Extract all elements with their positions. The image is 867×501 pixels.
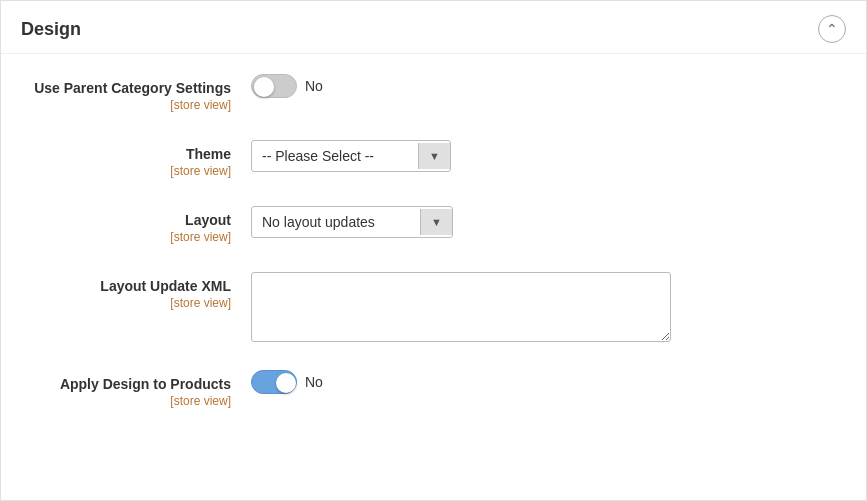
- layout-label: Layout: [31, 212, 231, 228]
- use-parent-category-field: No: [251, 74, 836, 98]
- theme-select-arrow: ▼: [418, 143, 450, 169]
- panel-body: Use Parent Category Settings [store view…: [1, 54, 866, 466]
- layout-xml-store-view: [store view]: [31, 296, 231, 310]
- layout-xml-textarea[interactable]: [251, 272, 671, 342]
- chevron-down-icon-layout: ▼: [431, 216, 442, 228]
- collapse-button[interactable]: ⌃: [818, 15, 846, 43]
- apply-design-toggle-label: No: [305, 374, 323, 390]
- use-parent-category-toggle-wrap: No: [251, 74, 323, 98]
- apply-design-store-view: [store view]: [31, 394, 231, 408]
- layout-select-wrapper: No layout updates 1 column 2 columns wit…: [251, 206, 453, 238]
- layout-xml-field: [251, 272, 836, 342]
- theme-label: Theme: [31, 146, 231, 162]
- layout-store-view: [store view]: [31, 230, 231, 244]
- layout-xml-row: Layout Update XML [store view]: [31, 272, 836, 342]
- design-panel: Design ⌃ Use Parent Category Settings [s…: [0, 0, 867, 501]
- layout-row: Layout [store view] No layout updates 1 …: [31, 206, 836, 244]
- apply-design-field: No: [251, 370, 836, 394]
- use-parent-category-toggle[interactable]: [251, 74, 297, 98]
- chevron-down-icon: ▼: [429, 150, 440, 162]
- toggle-thumb-off: [254, 77, 274, 97]
- theme-field: -- Please Select -- ▼: [251, 140, 836, 172]
- layout-select-arrow: ▼: [420, 209, 452, 235]
- toggle-track-on: [251, 370, 297, 394]
- theme-select[interactable]: -- Please Select --: [252, 141, 418, 171]
- use-parent-category-toggle-label: No: [305, 78, 323, 94]
- apply-design-row: Apply Design to Products [store view] No: [31, 370, 836, 408]
- use-parent-category-store-view: [store view]: [31, 98, 231, 112]
- layout-xml-label-col: Layout Update XML [store view]: [31, 272, 251, 310]
- panel-title: Design: [21, 19, 81, 40]
- toggle-track-off: [251, 74, 297, 98]
- panel-header: Design ⌃: [1, 1, 866, 54]
- layout-label-col: Layout [store view]: [31, 206, 251, 244]
- use-parent-category-label: Use Parent Category Settings: [31, 80, 231, 96]
- apply-design-toggle-wrap: No: [251, 370, 323, 394]
- theme-row: Theme [store view] -- Please Select -- ▼: [31, 140, 836, 178]
- layout-select[interactable]: No layout updates 1 column 2 columns wit…: [252, 207, 420, 237]
- layout-field: No layout updates 1 column 2 columns wit…: [251, 206, 836, 238]
- theme-label-col: Theme [store view]: [31, 140, 251, 178]
- theme-store-view: [store view]: [31, 164, 231, 178]
- apply-design-label: Apply Design to Products: [31, 376, 231, 392]
- chevron-up-icon: ⌃: [826, 21, 838, 37]
- layout-xml-label: Layout Update XML: [31, 278, 231, 294]
- toggle-thumb-on: [276, 373, 296, 393]
- theme-select-wrapper: -- Please Select -- ▼: [251, 140, 451, 172]
- apply-design-toggle[interactable]: [251, 370, 297, 394]
- use-parent-category-label-col: Use Parent Category Settings [store view…: [31, 74, 251, 112]
- apply-design-label-col: Apply Design to Products [store view]: [31, 370, 251, 408]
- use-parent-category-row: Use Parent Category Settings [store view…: [31, 74, 836, 112]
